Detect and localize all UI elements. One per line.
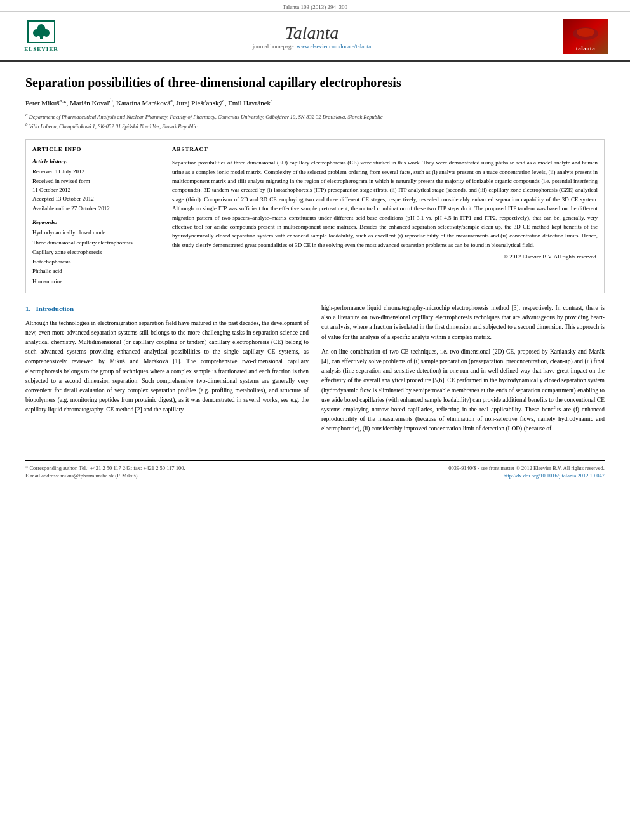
abstract-heading: ABSTRACT [172,146,598,154]
intro-heading: 1. Introduction [25,303,309,315]
elsevier-logo: ELSEVIER [19,20,64,52]
article-info-column: ARTICLE INFO Article history: Received 1… [32,146,159,286]
bottom-left: * Corresponding author. Tel.: +421 2 50 … [25,465,185,480]
keywords-label: Keywords: [32,219,151,225]
svg-point-7 [577,28,594,37]
intro-section-title: Introduction [36,305,74,312]
elsevier-tree-icon [31,23,51,41]
journal-title: Talanta [64,23,560,43]
journal-header: ELSEVIER Talanta journal homepage: www.e… [0,12,630,62]
keyword-3: Isotachophoresis [32,257,151,267]
footnote-email: E-mail address: mikus@fpharm.uniba.sk (P… [25,472,185,479]
elsevier-logo-box [27,20,55,43]
two-column-body: 1. Introduction Although the technologie… [25,303,605,439]
article-title: Separation possibilities of three-dimens… [25,74,605,91]
affiliation-b: b Villa Labeca, Chraptčiaková 1, SK-052 … [25,121,605,131]
history-item-3: Accepted 13 October 2012 [32,194,151,203]
abstract-column: ABSTRACT Separation possibilities of thr… [172,146,598,286]
talanta-logo-text: talanta [576,45,596,51]
article-history: Received 11 July 2012 Received in revise… [32,167,151,213]
history-item-2: 11 October 2012 [32,185,151,194]
top-banner: Talanta 103 (2013) 294–300 [0,0,630,12]
banner-text: Talanta 103 (2013) 294–300 [283,4,347,10]
journal-logo-right: talanta [560,17,611,55]
talanta-logo-image [568,26,603,45]
authors: Peter Mikuša,*, Marián Koval'b, Katarína… [25,97,605,108]
bottom-bar: * Corresponding author. Tel.: +421 2 50 … [25,460,605,484]
copyright-line: © 2012 Elsevier B.V. All rights reserved… [172,253,598,260]
intro-col2-para-1: An on-line combination of two CE techniq… [321,347,605,434]
keyword-4: Phthalic acid [32,267,151,276]
keywords-list: Hydrodynamically closed mode Three dimen… [32,228,151,286]
main-content: Separation possibilities of three-dimens… [0,62,630,451]
article-info-heading: ARTICLE INFO [32,146,151,154]
journal-homepage-link[interactable]: www.elsevier.com/locate/talanta [297,43,371,50]
intro-col1-para-0: Although the technologies in electromigr… [25,319,309,415]
keyword-1: Three dimensional capillary electrophore… [32,238,151,248]
keyword-2: Capillary zone electrophoresis [32,248,151,257]
elsevier-label: ELSEVIER [24,46,58,52]
doi-line: http://dx.doi.org/10.1016/j.talanta.2012… [448,472,605,479]
affiliations: a Department of Pharmaceutical Analysis … [25,112,605,130]
talanta-logo-box: talanta [563,19,608,54]
keyword-0: Hydrodynamically closed mode [32,228,151,237]
body-col-left: 1. Introduction Although the technologie… [25,303,309,439]
bottom-right: 0039-9140/$ - see front matter © 2012 El… [448,465,605,480]
intro-section-num: 1. [25,305,30,312]
issn-line: 0039-9140/$ - see front matter © 2012 El… [448,465,605,471]
affiliation-a: a Department of Pharmaceutical Analysis … [25,112,605,121]
abstract-text: Separation possibilities of three-dimens… [172,158,598,250]
history-item-0: Received 11 July 2012 [32,167,151,176]
journal-center: Talanta journal homepage: www.elsevier.c… [64,23,560,50]
article-history-label: Article history: [32,158,151,164]
svg-point-4 [37,24,45,32]
body-col-right: high-performance liquid chromatography-m… [321,303,605,439]
journal-homepage: journal homepage: www.elsevier.com/locat… [64,43,560,50]
intro-col2-para-0: high-performance liquid chromatography-m… [321,303,605,342]
footnote-corresponding: * Corresponding author. Tel.: +421 2 50 … [25,465,185,471]
history-item-4: Available online 27 October 2012 [32,204,151,213]
keyword-5: Human urine [32,277,151,286]
doi-link[interactable]: http://dx.doi.org/10.1016/j.talanta.2012… [504,472,605,479]
history-item-1: Received in revised form [32,177,151,185]
article-meta-box: ARTICLE INFO Article history: Received 1… [25,139,605,293]
